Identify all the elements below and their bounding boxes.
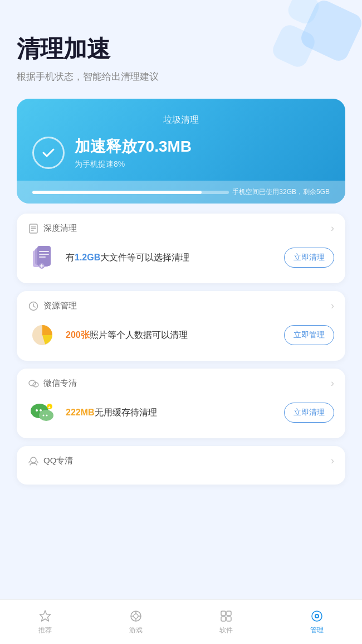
wechat-clean-highlight: 222MB [66,408,95,417]
resource-manage-button[interactable]: 立即管理 [284,325,334,345]
qq-icon [28,456,39,467]
nav-item-game[interactable]: 游戏 [118,604,154,640]
wechat-clean-header: 微信专清 › [28,377,334,389]
svg-rect-34 [227,611,231,616]
checkmark-icon [41,145,56,161]
deep-clean-post: 大文件等可以选择清理 [100,253,189,262]
svg-rect-35 [221,617,226,621]
page-subtitle: 根据手机状态，智能给出清理建议 [17,70,345,83]
section-header-left-3: 微信专清 [28,378,77,389]
wechat-clean-post: 无用缓存待清理 [95,408,157,417]
progress-label: 手机空间已使用32GB，剩余5GB [232,187,330,197]
check-circle [32,137,65,169]
deep-clean-text: 有1.2GB大文件等可以选择清理 [66,251,275,264]
resource-manage-body: 200张照片等个人数据可以清理 立即管理 [28,321,334,350]
deep-clean-header: 深度清理 › [28,222,334,234]
svg-point-22 [46,415,48,417]
deep-clean-body: 有1.2GB大文件等可以选择清理 立即清理 [28,243,334,272]
chevron-right-icon-2: › [331,300,334,312]
svg-rect-36 [227,617,231,621]
deep-clean-highlight: 1.2GB [75,253,100,262]
svg-rect-33 [221,611,226,616]
game-icon [129,609,143,623]
deep-clean-card[interactable]: 深度清理 › [17,214,345,283]
progress-container: 手机空间已使用32GB，剩余5GB [17,181,345,204]
top-card-speed: 加速释放70.3MB [75,136,192,157]
svg-point-25 [31,457,36,463]
nav-label-recommend: 推荐 [38,626,52,635]
manage-icon [310,609,324,623]
svg-text:+: + [48,405,51,410]
resource-manage-card[interactable]: 资源管理 › 200张照片等个人数据可以清理 立即管理 [17,291,345,361]
file-stack-icon [28,243,57,272]
clock-icon [28,301,39,312]
deep-clean-title: 深度清理 [43,223,77,234]
software-icon [219,609,233,623]
svg-point-15 [29,380,36,386]
top-card-label: 垃圾清理 [32,114,330,126]
qq-clean-card[interactable]: QQ专清 › [17,446,345,485]
nav-item-manage[interactable]: 管理 [299,604,335,640]
wechat-clean-title: 微信专清 [43,378,77,389]
nav-label-manage: 管理 [310,626,324,635]
section-header-left-4: QQ专清 [28,456,73,467]
nav-label-game: 游戏 [129,626,143,635]
resource-manage-title: 资源管理 [43,301,77,311]
wechat-logo-icon: + [28,398,57,427]
resource-manage-text: 200张照片等个人数据可以清理 [66,328,275,342]
nav-item-recommend[interactable]: 推荐 [27,604,63,640]
svg-point-21 [43,415,45,417]
wechat-icon-small [28,378,39,389]
chevron-right-icon: › [331,222,334,234]
top-card-main: 加速释放70.3MB 为手机提速8% [32,136,330,170]
nav-label-software: 软件 [219,626,233,635]
svg-point-39 [316,615,318,617]
section-header-left: 深度清理 [28,223,77,234]
svg-point-18 [36,409,38,411]
qq-clean-title: QQ专清 [43,456,73,466]
wechat-clean-body: + 222MB无用缓存待清理 立即清理 [28,398,334,427]
top-card-text: 加速释放70.3MB 为手机提速8% [75,136,192,170]
svg-rect-6 [37,246,51,266]
nav-item-software[interactable]: 软件 [208,604,244,640]
resource-manage-post: 照片等个人数据可以清理 [90,330,188,340]
svg-point-28 [134,614,138,618]
resource-manage-highlight: 200张 [66,330,90,340]
bottom-nav: 推荐 游戏 软件 管理 [0,599,362,644]
top-card[interactable]: 垃圾清理 加速释放70.3MB 为手机提速8% 手机空间已使用32GB，剩余5G… [17,99,345,204]
chevron-right-icon-3: › [331,377,334,389]
pie-chart-icon [28,321,57,350]
page-title: 清理加速 [17,33,345,65]
deep-clean-pre: 有 [66,253,75,262]
svg-point-19 [40,409,42,411]
qq-clean-header: QQ专清 › [28,455,334,467]
wechat-clean-button[interactable]: 立即清理 [284,403,334,423]
wechat-clean-card[interactable]: 微信专清 › + [17,369,345,438]
chevron-right-icon-4: › [331,455,334,467]
deep-clean-button[interactable]: 立即清理 [284,248,334,268]
section-header-left-2: 资源管理 [28,301,77,312]
svg-marker-26 [40,611,51,621]
progress-track [32,191,229,194]
star-icon [38,609,52,623]
deep-clean-icon [28,223,39,234]
wechat-clean-text: 222MB无用缓存待清理 [66,406,275,419]
progress-fill [32,191,202,194]
resource-manage-header: 资源管理 › [28,300,334,312]
top-card-desc: 为手机提速8% [75,159,192,170]
